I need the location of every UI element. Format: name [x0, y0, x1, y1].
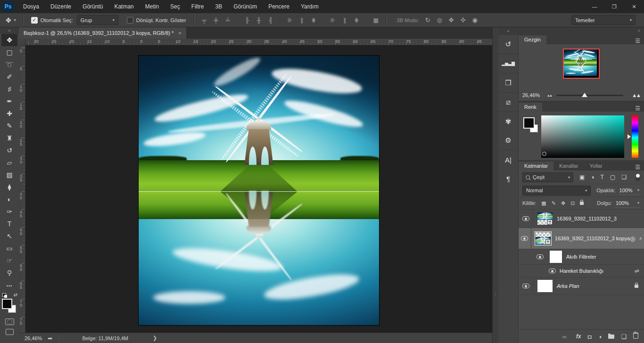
align-top-edges-icon[interactable]: ╤ [198, 17, 210, 24]
panel-divider[interactable]: ⁞ [492, 27, 498, 343]
eye-icon[interactable] [549, 269, 556, 273]
panel-menu-icon[interactable]: ☰ [631, 164, 644, 171]
saturation-brightness-field[interactable] [541, 115, 624, 158]
collapse-filters-icon[interactable]: ∧ [639, 236, 642, 241]
menu-dosya[interactable]: Dosya [17, 0, 45, 13]
auto-select-checkbox[interactable]: ✓ Otomatik Seç: [31, 17, 73, 24]
distribute-right-edges-icon[interactable]: ⋕ [351, 17, 363, 24]
character-panel-icon[interactable]: A| [498, 150, 518, 169]
history-brush-tool[interactable]: ↺ [1, 144, 17, 156]
tab-color[interactable]: Renk [519, 103, 542, 112]
distribute-vertical-centers-icon[interactable]: ∥ [296, 17, 308, 24]
layer-row[interactable]: 16369_9392_11102012_3 [519, 210, 644, 228]
menu-seç[interactable]: Seç [165, 0, 186, 13]
blend-mode-dropdown[interactable]: Normal ▾ [522, 186, 591, 196]
screen-mode-button[interactable] [6, 329, 14, 335]
document-tab[interactable]: Başlıksız-1 @ 26,5% (16369_9392_11102012… [19, 27, 186, 39]
zoom-out-icon[interactable]: ▲▲ [547, 94, 552, 97]
history-panel-icon[interactable]: ↺ [498, 35, 518, 54]
filter-blending-options-icon[interactable]: ⇌ [635, 268, 639, 274]
tab-paths[interactable]: Yollar [584, 162, 608, 171]
navigator-zoom-field[interactable]: 26,46% [522, 92, 547, 98]
blur-tool[interactable]: ⧫ [1, 181, 17, 193]
navigator-zoom-slider[interactable] [556, 95, 623, 96]
crop-tool[interactable]: ♯ [1, 83, 17, 95]
eye-icon[interactable] [537, 254, 544, 259]
eyedropper-tool[interactable]: ✒ [1, 95, 17, 107]
menu-görünüm[interactable]: Görünüm [228, 0, 263, 13]
foreground-color-swatch[interactable] [2, 299, 12, 309]
close-button[interactable]: ✕ [624, 0, 644, 13]
filter-shape-layers-icon[interactable]: ▢ [610, 174, 615, 180]
3d-slide-icon[interactable]: ✣ [457, 16, 469, 24]
foreground-color-swatch[interactable] [523, 117, 535, 129]
smart-filters-row[interactable]: Akıllı Filtreler [519, 249, 644, 265]
pen-tool[interactable]: ✑ [1, 205, 17, 218]
layer-filter-toggle[interactable] [636, 173, 640, 181]
histogram-panel-icon[interactable]: ▂▅▃▇ [498, 54, 518, 73]
layer-thumbnail[interactable] [537, 212, 553, 225]
distribute-top-edges-icon[interactable]: ⊪ [284, 17, 296, 24]
menu-yardım[interactable]: Yardım [295, 0, 324, 13]
panel-menu-icon[interactable]: ☰ [631, 38, 644, 44]
clone-stamp-tool[interactable]: ♜ [1, 132, 17, 144]
filter-adjustment-layers-icon[interactable]: ◑ [591, 174, 594, 180]
share-icon[interactable]: ➦ [48, 335, 59, 342]
smart-filters-label[interactable]: Akıllı Filtreler [566, 254, 596, 260]
delete-layer-icon[interactable] [633, 333, 638, 340]
status-options-chevron-icon[interactable]: ❯ [153, 335, 157, 341]
menu-düzenle[interactable]: Düzenle [45, 0, 77, 13]
lock-pixels-icon[interactable]: ✎ [552, 200, 556, 206]
zoom-in-icon[interactable]: ▲▲ [632, 92, 640, 98]
layer-thumbnail[interactable] [537, 280, 553, 292]
smart-filter-icon[interactable]: ◎ [630, 235, 635, 242]
distribute-spacing-icon[interactable]: ▦ [370, 17, 382, 24]
align-horizontal-centers-icon[interactable]: ╫ [253, 17, 265, 24]
navigator-proxy-view[interactable] [563, 49, 600, 79]
expand-panels-icon[interactable]: » [519, 27, 644, 34]
type-tool[interactable]: T [1, 218, 17, 230]
layer-thumbnail[interactable] [536, 232, 551, 245]
filter-pixel-layers-icon[interactable]: ▣ [579, 174, 585, 180]
spot-healing-brush-tool[interactable]: ✚ [1, 107, 17, 120]
tab-navigator[interactable]: Gezgin [519, 35, 546, 44]
distribute-horizontal-centers-icon[interactable]: ∥ [339, 17, 351, 24]
layer-name[interactable]: 16369_9392_11102012_3 kopya [555, 236, 630, 241]
rectangle-tool[interactable]: ▭ [1, 242, 17, 254]
gradient-tool[interactable]: ▨ [1, 169, 17, 181]
dodge-tool[interactable]: ◐ [1, 193, 17, 205]
default-colors-icon[interactable] [2, 293, 7, 297]
zoom-tool[interactable]: ⚲ [1, 267, 17, 279]
layer-style-icon[interactable]: fx [576, 333, 581, 340]
adjustment-layer-icon[interactable]: ◑ [598, 333, 602, 340]
fill-field[interactable]: 100% ▾ [615, 198, 640, 208]
3d-rotate-icon[interactable]: ↻ [422, 16, 434, 24]
align-right-edges-icon[interactable]: ╢ [265, 17, 277, 24]
smart-filter-item-row[interactable]: Hareket Bulanıklığı ⇌ [519, 265, 644, 278]
toolbar-expand-button[interactable]: » [0, 27, 19, 34]
rectangular-marquee-tool[interactable]: ▢ [1, 46, 17, 58]
align-left-edges-icon[interactable]: ╟ [241, 17, 253, 24]
hue-slider[interactable] [632, 115, 638, 158]
background-layer-row[interactable]: Arka Plan [519, 278, 644, 295]
lock-position-icon[interactable]: ✥ [561, 200, 565, 206]
brush-tool[interactable]: ✎ [1, 120, 17, 132]
eraser-tool[interactable]: ▱ [1, 156, 17, 169]
3d-drag-icon[interactable]: ✥ [446, 16, 457, 24]
lasso-tool[interactable]: ➰ [1, 58, 17, 71]
visibility-cell[interactable] [519, 228, 531, 249]
layer-comps-panel-icon[interactable]: ⧄ [498, 92, 518, 112]
3d-panel-icon[interactable]: ❒ [498, 73, 518, 92]
filter-type-layers-icon[interactable]: T [601, 174, 604, 180]
new-group-icon[interactable] [608, 333, 614, 340]
swap-colors-icon[interactable]: ⇄ [14, 292, 17, 297]
tab-channels[interactable]: Kanallar [553, 162, 584, 171]
filter-smart-objects-icon[interactable]: ❏ [621, 174, 627, 180]
distribute-left-edges-icon[interactable]: ⊪ [327, 17, 339, 24]
filter-mask-thumbnail[interactable] [550, 251, 562, 263]
menu-3b[interactable]: 3B [209, 0, 228, 13]
move-tool[interactable]: ✥ [1, 34, 17, 46]
menu-pencere[interactable]: Pencere [263, 0, 295, 13]
auto-select-target-dropdown[interactable]: Grup ▾ [77, 15, 118, 25]
path-selection-tool[interactable]: ↖ [1, 230, 17, 242]
